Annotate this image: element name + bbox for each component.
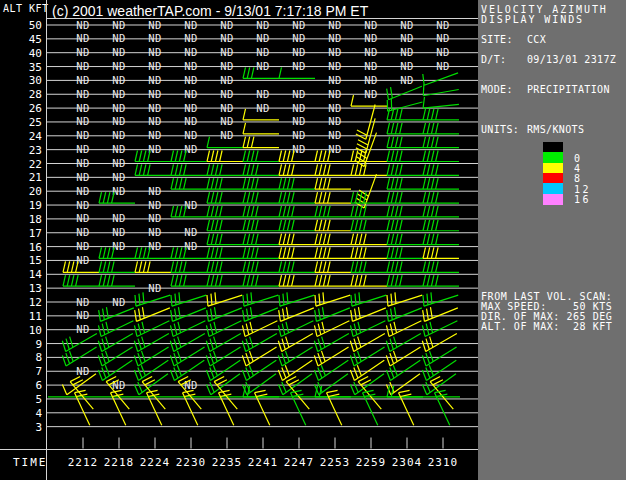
wind-barb-flag [279, 178, 282, 189]
wind-barb-flag [359, 234, 362, 245]
wind-barb-flag [243, 261, 246, 272]
wind-barb-flag [400, 192, 403, 203]
wind-barb-flag [426, 339, 429, 350]
wind-barb-flag [171, 178, 174, 189]
no-data-label: ND [256, 102, 270, 114]
wind-barb-flag [70, 376, 80, 381]
wind-barb-flag [139, 151, 142, 162]
no-data-label: ND [400, 19, 414, 31]
wind-barb-flag [184, 261, 187, 272]
wind-barb-flag [139, 164, 142, 175]
wind-barb-flag [175, 247, 178, 258]
wind-barb-flag [177, 351, 181, 362]
wind-barb-flag [246, 339, 249, 350]
wind-barb-flag [431, 137, 434, 148]
wind-barb-flag [357, 144, 367, 149]
wind-barb-flag [211, 234, 214, 245]
wind-barb-flag [287, 247, 290, 258]
wind-barb-flag [395, 164, 398, 175]
wind-barb-flag [210, 324, 213, 335]
wind-barb-flag [243, 234, 246, 245]
no-data-label: ND [148, 19, 162, 31]
no-data-label: ND [112, 157, 126, 169]
wind-barb-flag [171, 206, 174, 217]
wind-barb-flag [391, 87, 393, 98]
wind-barb-flag [251, 164, 254, 175]
wind-barb-flag [99, 275, 102, 286]
no-data-label: ND [112, 19, 126, 31]
wind-barb-flag [243, 247, 246, 258]
legend-value: 16 [574, 194, 591, 205]
wind-barb-flag [256, 261, 259, 272]
wind-barb-flag [246, 368, 250, 379]
no-data-label: ND [292, 46, 306, 58]
wind-barb-flag [210, 339, 213, 350]
wind-barb-flag [279, 164, 282, 175]
no-data-label: ND [328, 46, 342, 58]
wind-barb-flag [400, 109, 403, 120]
wind-barb-flag [175, 294, 176, 305]
wind-barb-flag [66, 339, 69, 350]
wind-barb-flag [323, 275, 326, 286]
wind-barb-flag [318, 324, 321, 335]
wind-barb-flag [358, 322, 361, 333]
altitude-tick-label: 22 [29, 158, 42, 171]
wind-barb-flag [394, 307, 396, 318]
wind-barb-flag [171, 261, 174, 272]
wind-barb-flag [247, 192, 250, 203]
wind-barb-flag [251, 220, 254, 231]
wind-barb-flag [249, 351, 253, 362]
mode-row: MODE:PRECIPITATION [481, 84, 610, 95]
altitude-tick-label: 13 [29, 282, 42, 295]
time-tick-label: 2259 [356, 456, 387, 469]
wind-barb-flag [178, 322, 181, 333]
wind-barb-flag [292, 261, 295, 272]
wind-barb-flag [175, 206, 178, 217]
wind-barb-flag [319, 234, 322, 245]
wind-barb-flag [328, 247, 331, 258]
wind-barb-flag [211, 206, 214, 217]
wind-barb-flag [358, 140, 368, 145]
wind-barb-flag [387, 261, 390, 272]
wind-barb-staff [136, 308, 169, 321]
wind-barb-flag [351, 275, 354, 286]
wind-barb-flag [430, 307, 432, 318]
wind-barb-flag [286, 337, 289, 348]
time-tick-label: 2253 [320, 456, 351, 469]
wind-barb-flag [359, 261, 362, 272]
altitude-tick-label: 28 [29, 88, 42, 101]
wind-barb-flag [141, 365, 145, 376]
wind-barb-flag [422, 325, 425, 336]
wind-barb-flag [283, 275, 286, 286]
wind-barb-flag [220, 234, 223, 245]
no-data-label: ND [148, 46, 162, 58]
wind-barb-flag [319, 192, 322, 203]
wind-barb-flag [319, 261, 322, 272]
wind-barb-flag [243, 220, 246, 231]
no-data-label: ND [220, 102, 234, 114]
wind-barb-flag [175, 275, 178, 286]
wind-barb-flag [351, 206, 354, 217]
wind-barb-flag [423, 247, 426, 258]
info-panel: VELOCITY AZIMUTH DISPLAY WINDS SITE:CCX … [478, 0, 626, 480]
wind-barb-flag [247, 234, 250, 245]
wind-barb-flag [178, 337, 181, 348]
wind-barb-flag [251, 151, 254, 162]
wind-barb-flag [215, 220, 218, 231]
wind-barb-flag [171, 295, 172, 306]
no-data-label: ND [112, 46, 126, 58]
altitude-tick-label: 14 [29, 268, 43, 281]
no-data-label: ND [364, 32, 378, 44]
no-data-label: ND [112, 212, 126, 224]
wind-barb-flag [219, 390, 230, 392]
wind-barb-flag [215, 192, 218, 203]
wind-barb-flag [423, 123, 426, 134]
no-data-label: ND [76, 157, 90, 169]
wind-barb-flag [427, 294, 428, 305]
wind-barb-flag [351, 151, 354, 162]
no-data-label: ND [184, 102, 198, 114]
wind-barb-flag [423, 137, 426, 148]
wind-barb-flag [359, 247, 362, 258]
wind-barb-flag [211, 220, 214, 231]
wind-barb-flag [314, 325, 317, 336]
